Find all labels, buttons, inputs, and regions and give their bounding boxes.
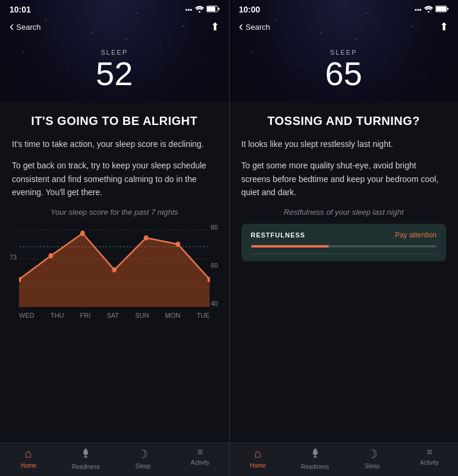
headline-right: TOSSING AND TURNING? — [241, 114, 447, 128]
nav-sleep-left[interactable]: ☽ Sleep — [114, 447, 171, 470]
sleep-icon-left: ☽ — [137, 447, 148, 461]
nav-readiness-label-right: Readiness — [301, 464, 329, 470]
svg-rect-21 — [447, 8, 448, 10]
share-button-left[interactable]: ⬆ — [211, 20, 219, 33]
progress-bar-fill — [251, 245, 329, 248]
time-left: 10:01 — [10, 5, 31, 14]
chart-svg-container — [19, 224, 210, 307]
bottom-nav-left: ⌂ Home Readiness ☽ Sleep ≡ Acti — [0, 443, 229, 476]
nav-readiness-label-left: Readiness — [72, 464, 100, 470]
search-label-right: Search — [246, 23, 270, 32]
signal-icon-left: ▪▪▪ — [186, 6, 193, 13]
svg-point-18 — [428, 11, 429, 12]
nav-bar-left: ‹ Search ⬆ — [0, 17, 229, 39]
share-button-right[interactable]: ⬆ — [440, 20, 448, 33]
battery-icon-left — [206, 5, 219, 14]
headline-left: IT'S GOING TO BE ALRIGHT — [12, 114, 217, 128]
home-icon-left: ⌂ — [25, 447, 32, 461]
activity-icon-right: ≡ — [426, 447, 432, 458]
nav-sleep-label-left: Sleep — [136, 463, 151, 469]
status-bar-right: 10:00 ▪▪▪ — [230, 0, 459, 17]
svg-point-0 — [199, 11, 200, 12]
svg-rect-2 — [207, 7, 215, 11]
readiness-icon-left — [80, 447, 92, 462]
chart-caption-left: Your sleep score for the past 7 nights — [12, 208, 217, 217]
body-text-2-right: To get some more quality shut-eye, avoid… — [241, 159, 447, 199]
main-content-left: IT'S GOING TO BE ALRIGHT It's time to ta… — [0, 102, 229, 443]
bottom-nav-right: ⌂ Home Readiness ☽ Sleep ≡ Acti — [230, 443, 459, 476]
progress-bar-bg — [251, 245, 437, 248]
nav-sleep-label-right: Sleep — [365, 463, 380, 469]
restfulness-caption: Restfulness of your sleep last night — [241, 208, 447, 217]
wifi-icon-left — [195, 6, 204, 14]
status-icons-left: ▪▪▪ — [186, 5, 219, 14]
search-label-left: Search — [16, 23, 40, 32]
nav-home-right[interactable]: ⌂ Home — [230, 447, 287, 470]
chart-x-labels-left: WED THU FRI SAT SUN MON TUE — [19, 312, 210, 319]
nav-home-left[interactable]: ⌂ Home — [0, 447, 57, 470]
nav-activity-left[interactable]: ≡ Activity — [171, 447, 228, 470]
activity-icon-left: ≡ — [197, 447, 203, 458]
nav-activity-label-left: Activity — [191, 459, 210, 466]
home-icon-right: ⌂ — [255, 447, 262, 461]
svg-point-10 — [49, 253, 54, 258]
sleep-chart-left: 80 60 40 73 — [10, 224, 219, 319]
battery-icon-right — [435, 5, 448, 14]
separator-line — [251, 253, 437, 254]
body-text-1-left: It's time to take action, your sleep sco… — [12, 137, 217, 151]
signal-icon-right: ▪▪▪ — [415, 6, 422, 13]
nav-bar-right: ‹ Search ⬆ — [230, 17, 459, 39]
right-panel: 10:00 ▪▪▪ — [230, 0, 459, 476]
back-button-right[interactable]: ‹ — [239, 19, 243, 35]
pay-attention-tag: Pay attention — [395, 231, 437, 239]
nav-home-label-left: Home — [21, 462, 37, 469]
status-bar-left: 10:01 ▪▪▪ — [0, 0, 229, 17]
body-text-1-right: It looks like you slept restlessly last … — [241, 137, 447, 151]
status-icons-right: ▪▪▪ — [415, 5, 448, 14]
time-right: 10:00 — [239, 5, 261, 14]
body-text-2-left: To get back on track, try to keep your s… — [12, 159, 217, 199]
sleep-number-right: 65 — [230, 57, 459, 90]
svg-point-13 — [144, 235, 149, 240]
left-panel: 10:01 ▪▪▪ — [0, 0, 229, 476]
nav-home-label-right: Home — [250, 462, 266, 469]
nav-readiness-left[interactable]: Readiness — [57, 447, 114, 470]
wifi-icon-right — [424, 6, 433, 14]
back-button-left[interactable]: ‹ — [10, 19, 14, 35]
nav-activity-label-right: Activity — [420, 459, 439, 466]
nav-readiness-right[interactable]: Readiness — [287, 447, 344, 470]
svg-rect-20 — [436, 7, 446, 11]
restfulness-title: RESTFULNESS — [251, 231, 306, 239]
nav-sleep-right[interactable]: ☽ Sleep — [344, 447, 401, 470]
readiness-icon-right — [309, 447, 321, 462]
svg-point-11 — [80, 230, 85, 236]
chart-y-labels-left: 80 60 40 — [211, 224, 219, 307]
sleep-score-left: SLEEP 52 — [0, 39, 229, 102]
chart-left-label: 73 — [10, 253, 17, 261]
main-content-right: TOSSING AND TURNING? It looks like you s… — [230, 102, 459, 443]
sleep-number-left: 52 — [0, 57, 229, 90]
sleep-icon-right: ☽ — [367, 447, 378, 461]
restfulness-section: Restfulness of your sleep last night RES… — [241, 208, 447, 261]
restfulness-card: RESTFULNESS Pay attention — [241, 224, 447, 261]
nav-activity-right[interactable]: ≡ Activity — [401, 447, 458, 470]
svg-rect-3 — [218, 8, 219, 10]
restfulness-header: RESTFULNESS Pay attention — [251, 231, 437, 239]
svg-point-14 — [175, 242, 180, 247]
svg-point-12 — [112, 267, 117, 273]
sleep-score-right: SLEEP 65 — [230, 39, 459, 102]
